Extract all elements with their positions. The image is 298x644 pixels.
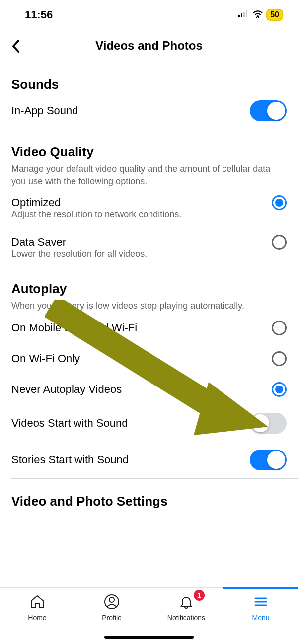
sounds-section: Sounds [0,62,298,92]
data-saver-desc: Lower the resolution for all videos. [0,249,298,266]
autoplay-mobile-wifi-label: On Mobile Data and Wi-Fi [11,322,137,334]
svg-point-4 [257,15,259,17]
autoplay-header: Autoplay [11,281,287,297]
wifi-icon [252,10,263,20]
optimized-row[interactable]: Optimized [0,188,298,212]
tab-menu-label: Menu [224,614,298,622]
stories-start-sound-row[interactable]: Stories Start with Sound [0,442,298,478]
home-indicator[interactable] [104,636,194,639]
in-app-sound-label: In-App Sound [11,104,78,117]
data-saver-radio[interactable] [272,235,287,250]
profile-icon [74,593,149,611]
tab-profile-label: Profile [74,614,149,622]
svg-rect-1 [241,13,242,17]
autoplay-wifi-only-row[interactable]: On Wi-Fi Only [0,343,298,374]
tab-notifications[interactable]: 1 Notifications [149,593,224,630]
cellular-icon [238,10,249,19]
video-photo-settings-section: Video and Photo Settings [0,479,298,509]
autoplay-mobile-wifi-radio[interactable] [272,321,287,335]
videos-start-sound-row[interactable]: Videos Start with Sound [0,405,298,442]
battery-level: 50 [266,9,283,21]
sounds-header: Sounds [11,77,287,92]
tab-home-label: Home [0,614,74,622]
status-bar: 11:56 50 [0,0,298,30]
autoplay-mobile-wifi-row[interactable]: On Mobile Data and Wi-Fi [0,313,298,343]
videos-start-sound-label: Videos Start with Sound [11,417,128,430]
page-title: Videos and Photos [10,39,288,53]
autoplay-wifi-only-radio[interactable] [272,351,287,366]
tab-notifications-label: Notifications [149,614,224,622]
video-quality-desc: Manage your default video quality and th… [11,163,287,188]
video-quality-section: Video Quality Manage your default video … [0,129,298,188]
notification-badge: 1 [194,590,205,601]
stories-start-sound-label: Stories Start with Sound [11,453,129,466]
data-saver-label: Data Saver [11,236,66,249]
svg-rect-2 [243,12,245,17]
video-quality-header: Video Quality [11,144,287,160]
home-icon [0,593,74,611]
menu-icon [224,593,298,611]
autoplay-never-row[interactable]: Never Autoplay Videos [0,374,298,405]
tab-profile[interactable]: Profile [74,593,149,630]
active-tab-indicator [224,587,298,589]
status-time: 11:56 [25,8,53,21]
tab-menu[interactable]: Menu [224,593,298,630]
videos-start-sound-toggle[interactable] [250,413,287,434]
autoplay-wifi-only-label: On Wi-Fi Only [11,352,80,365]
bell-icon: 1 [149,593,224,611]
in-app-sound-toggle[interactable] [250,100,287,121]
svg-rect-0 [238,15,240,17]
svg-rect-3 [246,10,247,17]
optimized-radio[interactable] [272,195,287,210]
data-saver-row[interactable]: Data Saver [0,227,298,252]
stories-start-sound-toggle[interactable] [250,450,287,470]
autoplay-desc: When your battery is low videos stop pla… [11,300,287,312]
in-app-sound-row[interactable]: In-App Sound [0,92,298,129]
back-button[interactable] [11,39,20,55]
svg-point-8 [109,597,114,602]
tab-home[interactable]: Home [0,593,74,630]
optimized-label: Optimized [11,196,61,209]
video-photo-settings-header: Video and Photo Settings [11,494,287,509]
header: Videos and Photos [0,30,298,62]
optimized-desc: Adjust the resolution to network conditi… [0,209,298,227]
autoplay-section: Autoplay When your battery is low videos… [0,266,298,312]
autoplay-never-label: Never Autoplay Videos [11,383,122,396]
autoplay-never-radio[interactable] [272,382,287,397]
